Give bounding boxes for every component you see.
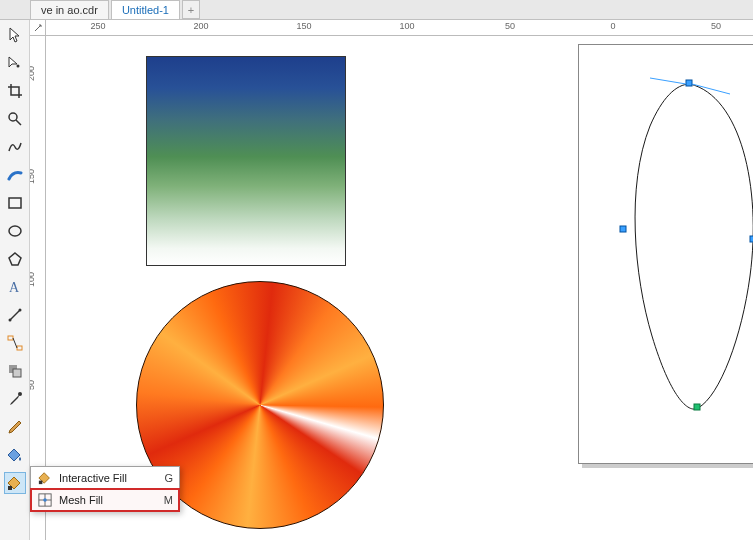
svg-point-9 (18, 309, 21, 312)
svg-point-8 (8, 319, 11, 322)
flyout-item-label: Interactive Fill (59, 472, 150, 484)
eyedropper-tool[interactable] (4, 388, 26, 410)
flyout-item-shortcut: G (164, 472, 173, 484)
ruler-origin[interactable] (30, 20, 46, 36)
ruler-tick-label: 50 (711, 21, 721, 31)
pick-tool[interactable] (4, 24, 26, 46)
flyout-item-mesh-fill[interactable]: Mesh Fill M (31, 489, 179, 511)
svg-point-15 (18, 392, 22, 396)
fill-tool-flyout: Interactive Fill G Mesh Fill M (30, 466, 180, 512)
flyout-item-shortcut: M (164, 494, 173, 506)
toolbox: A (0, 20, 30, 540)
control-handle[interactable] (692, 84, 730, 94)
connector-tool[interactable] (4, 332, 26, 354)
freehand-tool[interactable] (4, 136, 26, 158)
ruler-tick-label: 200 (30, 66, 36, 81)
ruler-tick-label: 150 (296, 21, 311, 31)
interactive-fill-tool[interactable] (4, 472, 26, 494)
gradient-rectangle-object[interactable] (146, 56, 346, 266)
rectangle-tool[interactable] (4, 192, 26, 214)
ruler-horizontal[interactable]: 250 200 150 100 50 0 50 (46, 20, 753, 36)
svg-line-7 (10, 310, 20, 320)
fill-tool[interactable] (4, 444, 26, 466)
document-tab[interactable]: ve in ao.cdr (30, 0, 109, 19)
svg-rect-18 (39, 481, 43, 485)
flyout-item-interactive-fill[interactable]: Interactive Fill G (31, 467, 179, 489)
control-handle[interactable] (650, 78, 686, 84)
ruler-tick-label: 100 (399, 21, 414, 31)
document-tab[interactable]: Untitled-1 (111, 0, 180, 19)
svg-marker-5 (9, 253, 21, 265)
ruler-tick-label: 0 (610, 21, 615, 31)
svg-rect-10 (8, 336, 13, 340)
document-tab-label: ve in ao.cdr (41, 4, 98, 16)
crop-tool[interactable] (4, 80, 26, 102)
ruler-tick-label: 50 (30, 380, 36, 390)
svg-rect-3 (9, 198, 21, 208)
svg-rect-11 (17, 346, 22, 350)
ruler-tick-label: 150 (30, 169, 36, 184)
origin-icon (33, 23, 43, 33)
effects-tool[interactable] (4, 360, 26, 382)
leaf-curve-object[interactable] (590, 76, 753, 416)
polygon-tool[interactable] (4, 248, 26, 270)
svg-point-0 (16, 65, 19, 68)
canvas[interactable] (46, 36, 753, 540)
dimension-tool[interactable] (4, 304, 26, 326)
svg-line-2 (16, 120, 21, 125)
zoom-tool[interactable] (4, 108, 26, 130)
ruler-tick-label: 100 (30, 272, 36, 287)
outline-tool[interactable] (4, 416, 26, 438)
svg-line-17 (35, 25, 41, 31)
svg-point-22 (43, 498, 47, 502)
document-tab-bar: ve in ao.cdr Untitled-1 + (0, 0, 753, 20)
svg-text:A: A (9, 280, 20, 295)
svg-point-4 (9, 226, 21, 236)
svg-point-1 (9, 113, 17, 121)
curve-node[interactable] (686, 80, 692, 86)
ruler-tick-label: 200 (193, 21, 208, 31)
document-tab-label: Untitled-1 (122, 4, 169, 16)
flyout-item-label: Mesh Fill (59, 494, 150, 506)
curve-node[interactable] (694, 404, 700, 410)
svg-line-12 (13, 338, 17, 348)
ruler-tick-label: 250 (90, 21, 105, 31)
ruler-vertical[interactable]: 200 150 100 50 (30, 36, 46, 540)
ellipse-tool[interactable] (4, 220, 26, 242)
new-document-button[interactable]: + (182, 0, 200, 19)
artistic-media-tool[interactable] (4, 164, 26, 186)
ruler-tick-label: 50 (505, 21, 515, 31)
shape-tool[interactable] (4, 52, 26, 74)
text-tool[interactable]: A (4, 276, 26, 298)
curve-node[interactable] (620, 226, 626, 232)
svg-rect-14 (13, 369, 21, 377)
mesh-fill-icon (37, 492, 53, 508)
interactive-fill-icon (37, 470, 53, 486)
svg-rect-16 (8, 486, 12, 490)
